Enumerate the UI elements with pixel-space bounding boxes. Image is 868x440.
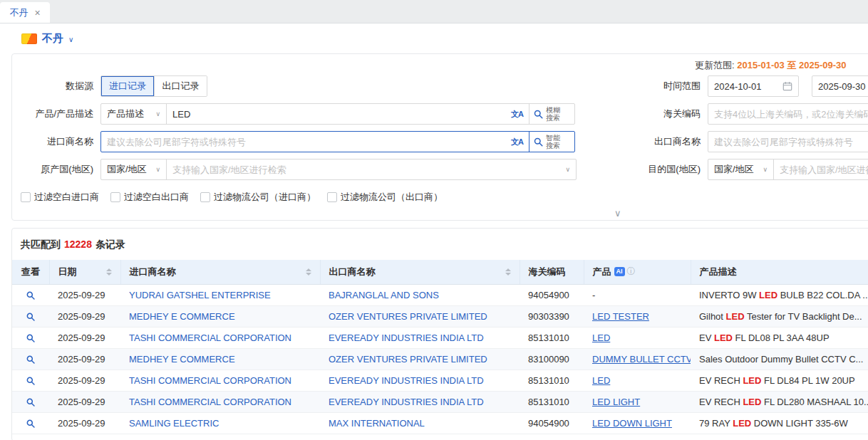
translate-icon[interactable]: 文A: [511, 109, 523, 120]
date-to-field[interactable]: [818, 81, 868, 92]
checkbox-icon[interactable]: [327, 192, 337, 202]
tab-export-records[interactable]: 出口记录: [154, 76, 207, 96]
chevron-down-icon[interactable]: ∨: [68, 36, 73, 43]
product-label: 产品/产品描述: [21, 108, 100, 120]
view-detail-search-icon[interactable]: [26, 290, 36, 300]
hs-code-input[interactable]: [708, 103, 868, 125]
checkbox-icon[interactable]: [200, 192, 210, 202]
fuzzy-search-button[interactable]: 模糊搜索: [529, 104, 574, 124]
importer-link[interactable]: MEDHEY E COMMERCE: [129, 311, 235, 322]
column-label: 产品: [593, 266, 611, 278]
product-link[interactable]: LED: [592, 375, 610, 386]
cell-exporter: OZER VENTURES PRIVATE LIMITED: [320, 305, 520, 327]
description-text: INVERTO 9W: [699, 290, 759, 300]
checkbox-filter-blank-exporter[interactable]: 过滤空白出口商: [110, 191, 189, 204]
info-icon[interactable]: ⓘ: [627, 266, 636, 278]
origin-input[interactable]: [172, 164, 561, 175]
fuzzy-search-label: 模糊搜索: [546, 106, 563, 122]
view-detail-search-icon[interactable]: [26, 397, 36, 407]
translate-icon[interactable]: 文A: [511, 137, 523, 147]
sort-carets-icon[interactable]: [102, 268, 112, 276]
bhutan-flag-icon: [21, 33, 37, 44]
destination-type-select[interactable]: 国家/地区 ∨: [708, 159, 774, 179]
exporter-link[interactable]: EVEREADY INDUSTRIES INDIA LTD: [329, 375, 484, 386]
column-header-hs-code: 海关编码: [520, 260, 584, 284]
cell-date: 2025-09-29: [49, 391, 120, 412]
product-link[interactable]: LED DOWN LIGHT: [592, 418, 672, 429]
results-count: 12228: [64, 239, 92, 250]
column-header-importer[interactable]: 进口商名称: [120, 260, 320, 284]
chevron-down-icon: ∨: [763, 166, 768, 173]
table-row: 2025-09-29MEDHEY E COMMERCEOZER VENTURES…: [12, 305, 868, 327]
date-from-input[interactable]: [708, 75, 799, 97]
importer-link[interactable]: TASHI COMMERCIAL CORPORATION: [129, 397, 291, 407]
column-header-date[interactable]: 日期: [49, 260, 120, 284]
checkbox-filter-logistics-importer[interactable]: 过滤物流公司（进口商）: [200, 191, 316, 204]
time-range-group: 时间范围: [631, 75, 868, 97]
product-link[interactable]: LED TESTER: [592, 311, 649, 322]
importer-link[interactable]: MEDHEY E COMMERCE: [129, 354, 235, 365]
destination-input[interactable]: [780, 164, 868, 175]
exporter-link[interactable]: MAX INTERNATIONAL: [329, 418, 425, 429]
checkbox-icon[interactable]: [110, 192, 120, 202]
country-name[interactable]: 不丹: [42, 32, 63, 46]
tab-bhutan[interactable]: 不丹 ×: [0, 2, 50, 23]
hs-code-field[interactable]: [714, 109, 868, 120]
view-detail-search-icon[interactable]: [26, 376, 36, 386]
cell-hs-code: 85131010: [520, 327, 584, 348]
description-keyword-highlight: LED: [714, 332, 733, 343]
checkbox-icon[interactable]: [21, 192, 31, 202]
cell-product: LED LIGHT: [584, 391, 691, 412]
column-label: 海关编码: [529, 266, 566, 278]
exporter-link[interactable]: BAJRANGLAL AND SONS: [329, 290, 439, 300]
tab-close-icon[interactable]: ×: [34, 8, 40, 18]
sort-carets-icon[interactable]: [501, 268, 511, 276]
exporter-link[interactable]: OZER VENTURES PRIVATE LIMITED: [329, 311, 487, 322]
exporter-link[interactable]: OZER VENTURES PRIVATE LIMITED: [329, 354, 487, 365]
collapse-filter-chevron-icon[interactable]: ∨: [614, 208, 621, 219]
calendar-icon[interactable]: [782, 81, 792, 91]
description-text: Tester for TV Backlight De...: [745, 311, 862, 322]
importer-search-group: 文A 智能搜索: [100, 131, 575, 152]
smart-search-button[interactable]: 智能搜索: [529, 132, 574, 152]
exporter-input[interactable]: [708, 131, 868, 152]
date-to-input[interactable]: [812, 75, 868, 97]
importer-link[interactable]: TASHI COMMERCIAL CORPORATION: [129, 375, 291, 386]
importer-link[interactable]: TASHI COMMERCIAL CORPORATION: [129, 332, 291, 343]
update-range-label: 更新范围:: [695, 60, 735, 70]
cell-importer: TASHI COMMERCIAL CORPORATION: [120, 391, 320, 412]
product-type-select[interactable]: 产品描述 ∨: [101, 104, 167, 124]
cell-exporter: MAX INTERNATIONAL: [320, 412, 520, 434]
view-detail-search-icon[interactable]: [26, 312, 36, 322]
description-keyword-highlight: LED: [759, 290, 777, 300]
exporter-link[interactable]: EVEREADY INDUSTRIES INDIA LTD: [329, 397, 484, 407]
destination-input-group: 国家/地区 ∨: [708, 159, 868, 180]
product-link[interactable]: DUMMY BULLET CCTV...: [592, 354, 691, 365]
date-from-field[interactable]: [714, 81, 778, 92]
importer-link[interactable]: SAMLING ELECTRIC: [129, 418, 219, 429]
description-keyword-highlight: LED: [743, 375, 761, 386]
column-header-exporter[interactable]: 出口商名称: [320, 260, 520, 284]
cell-date: 2025-09-29: [49, 305, 120, 327]
destination-group: 目的国(地区) 国家/地区 ∨: [631, 159, 868, 180]
exporter-field[interactable]: [714, 137, 868, 147]
cell-view: [12, 327, 49, 348]
product-input[interactable]: [172, 109, 507, 120]
view-detail-search-icon[interactable]: [26, 419, 36, 429]
importer-input[interactable]: [107, 137, 507, 147]
tab-import-records[interactable]: 进口记录: [101, 76, 154, 96]
cell-view: [12, 305, 49, 327]
product-link[interactable]: LED LIGHT: [592, 397, 640, 407]
sort-carets-icon[interactable]: [301, 268, 311, 276]
checkbox-filter-blank-importer[interactable]: 过滤空白进口商: [21, 191, 99, 204]
smart-search-label: 智能搜索: [546, 134, 563, 150]
product-link[interactable]: LED: [592, 332, 610, 343]
importer-link[interactable]: YUDRAI GATSHEL ENTERPRISE: [129, 290, 271, 300]
description-text: EV RECH: [699, 397, 743, 407]
origin-type-select[interactable]: 国家/地区 ∨: [101, 159, 167, 179]
view-detail-search-icon[interactable]: [26, 333, 36, 343]
exporter-link[interactable]: EVEREADY INDUSTRIES INDIA LTD: [329, 332, 484, 343]
view-detail-search-icon[interactable]: [26, 355, 36, 365]
checkbox-filter-logistics-exporter[interactable]: 过滤物流公司（出口商）: [327, 191, 443, 204]
chevron-down-icon: ∨: [565, 166, 570, 173]
